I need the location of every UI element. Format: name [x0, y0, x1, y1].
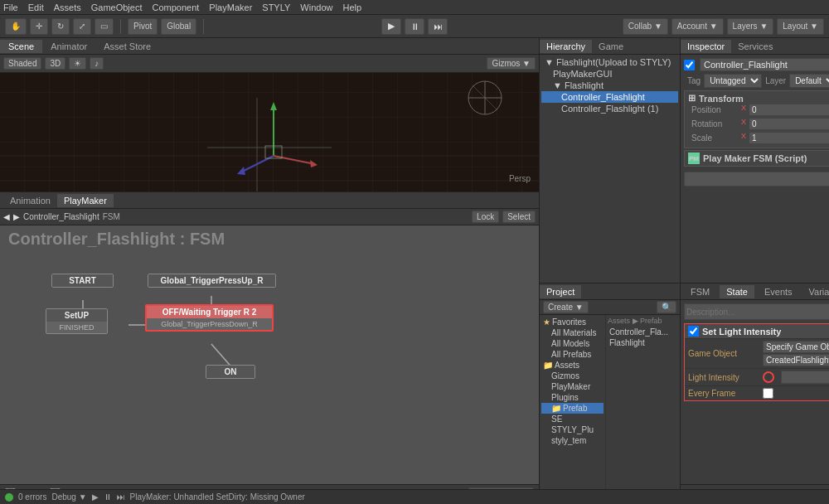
every-frame-checkbox[interactable] — [763, 388, 773, 399]
pm-lock-button[interactable]: Lock — [472, 211, 499, 223]
transform-header[interactable]: ⊞ Transform — [688, 93, 829, 104]
proj-folder-favorites[interactable]: ★ Favorites — [541, 317, 604, 327]
menu-styly[interactable]: STYLY — [262, 2, 290, 12]
tab-services[interactable]: Services — [731, 40, 779, 53]
add-component-button[interactable]: Add Component — [684, 172, 829, 187]
fsm-node-start[interactable]: START — [51, 274, 114, 288]
play-icon[interactable]: ▶ — [92, 492, 99, 502]
persp-label: Persp — [509, 174, 531, 183]
tab-fsm[interactable]: FSM — [684, 285, 716, 298]
tab-animator[interactable]: Animator — [42, 40, 95, 53]
audio-button[interactable]: ♪ — [90, 57, 104, 70]
tab-hierarchy[interactable]: Hierarchy — [540, 40, 592, 53]
tab-project[interactable]: Project — [540, 285, 581, 298]
fsm-canvas[interactable]: Controller_Flashlight : FSM — [0, 225, 539, 484]
fsm-node-global-up[interactable]: Global_TriggerPressUp_R — [148, 274, 276, 288]
position-x[interactable] — [749, 104, 829, 116]
3d-button[interactable]: 3D — [45, 57, 65, 70]
tab-playmaker[interactable]: PlayMaker — [57, 194, 114, 207]
proj-folder-all-models[interactable]: All Models — [541, 338, 604, 349]
account-button[interactable]: Account ▼ — [671, 18, 724, 35]
layer-select[interactable]: Default — [789, 74, 829, 88]
tab-events[interactable]: Events — [758, 285, 799, 298]
play-button[interactable]: ▶ — [381, 18, 401, 35]
viewport[interactable]: Persp — [0, 73, 539, 191]
proj-search-button[interactable]: 🔍 — [657, 301, 676, 313]
menu-window[interactable]: Window — [300, 2, 332, 12]
rotation-x[interactable] — [749, 118, 829, 130]
menu-assets[interactable]: Assets — [54, 2, 81, 12]
menu-playmaker[interactable]: PlayMaker — [209, 2, 252, 12]
menu-help[interactable]: Help — [342, 2, 361, 12]
object-active-checkbox[interactable] — [684, 60, 695, 70]
proj-item-controller[interactable]: Controller_Fla... — [608, 327, 678, 337]
hand-tool-button[interactable]: ✋ — [5, 18, 27, 35]
action-enabled-checkbox[interactable] — [688, 326, 699, 337]
hier-item-controller-flashlight-1[interactable]: Controller_Flashlight (1) — [541, 103, 678, 114]
action-header[interactable]: Set Light Intensity ⚙ ? — [685, 324, 829, 338]
game-object-value[interactable]: Specify Game Object ▼ — [763, 341, 829, 353]
proj-folder-styly-plu[interactable]: STYLY_Plu — [541, 424, 604, 435]
proj-folder-prefab[interactable]: 📁 Prefab — [541, 403, 604, 414]
proj-folder-se[interactable]: SE — [541, 414, 604, 424]
global-button[interactable]: Global — [161, 18, 196, 35]
scale-x[interactable] — [749, 132, 829, 144]
proj-folder-gizmos[interactable]: Gizmos — [541, 371, 604, 381]
fsm-node-off-waiting[interactable]: OFF/Waiting Trigger R 2 Global_TriggerPr… — [145, 304, 274, 332]
tab-game[interactable]: Game — [592, 40, 630, 53]
pm-tabs: Animation PlayMaker — [0, 192, 539, 209]
hier-item-playmaker-gui[interactable]: PlayMakerGUI — [541, 68, 678, 80]
pause-button[interactable]: ⏸ — [405, 18, 424, 35]
project-toolbar: Create ▼ 🔍 — [540, 300, 680, 315]
pm-nav-back[interactable]: ◀ — [3, 212, 10, 221]
proj-folder-playmaker[interactable]: PlayMaker — [541, 381, 604, 392]
project-tabs: Project — [540, 284, 680, 300]
layers-button[interactable]: Layers ▼ — [727, 18, 774, 35]
tab-animation[interactable]: Animation — [3, 194, 57, 207]
game-object-sub-value[interactable]: CreatedFlashlight ▼ — [763, 354, 829, 366]
tab-scene[interactable]: Scene — [0, 40, 42, 53]
proj-folder-all-materials[interactable]: All Materials — [541, 327, 604, 338]
lights-button[interactable]: ☀ — [69, 57, 86, 70]
pm-nav-forward[interactable]: ▶ — [13, 212, 20, 221]
menu-file[interactable]: File — [3, 2, 18, 12]
step-button[interactable]: ⏭ — [428, 18, 448, 35]
hier-item-flashlight[interactable]: ▼ Flashlight — [541, 80, 678, 91]
pause-icon[interactable]: ⏸ — [104, 492, 112, 502]
menu-component[interactable]: Component — [152, 2, 199, 12]
hier-item-controller-flashlight[interactable]: Controller_Flashlight — [541, 91, 678, 103]
object-name-field[interactable] — [700, 58, 829, 71]
collab-button[interactable]: Collab ▼ — [623, 18, 668, 35]
proj-folder-all-prefabs[interactable]: All Prefabs — [541, 349, 604, 360]
hier-item-flashlight-upload[interactable]: ▼ Flashlight(Upload to STYLY) — [541, 56, 678, 68]
playmaker-panel: Animation PlayMaker ◀ ▶ Controller_Flash… — [0, 191, 539, 502]
shaded-button[interactable]: Shaded — [3, 57, 41, 70]
proj-create-button[interactable]: Create ▼ — [543, 301, 589, 313]
proj-item-flashlight[interactable]: Flashlight — [608, 337, 678, 348]
tab-variables[interactable]: Variables — [802, 285, 829, 298]
proj-folder-plugins[interactable]: Plugins — [541, 392, 604, 403]
proj-folder-assets[interactable]: 📁 Assets — [541, 360, 604, 371]
scale-tool-button[interactable]: ⤢ — [73, 18, 91, 35]
menu-gameobject[interactable]: GameObject — [91, 2, 143, 12]
light-intensity-input[interactable] — [781, 371, 829, 384]
pivot-button[interactable]: Pivot — [128, 18, 158, 35]
rotate-tool-button[interactable]: ↻ — [51, 18, 70, 35]
layout-button[interactable]: Layout ▼ — [777, 18, 824, 35]
step-icon[interactable]: ⏭ — [117, 492, 125, 502]
tab-asset-store[interactable]: Asset Store — [95, 40, 159, 53]
tab-state[interactable]: State — [720, 285, 754, 298]
proj-folder-styly-tem[interactable]: styly_tem — [541, 435, 604, 446]
pm-select-button[interactable]: Select — [502, 211, 536, 223]
fsm-node-setup[interactable]: SetUP FINISHED — [46, 308, 108, 334]
playmaker-comp-header[interactable]: PM Play Maker FSM (Script) — [688, 153, 829, 164]
tab-inspector[interactable]: Inspector — [681, 40, 731, 53]
move-tool-button[interactable]: ✛ — [30, 18, 48, 35]
rect-tool-button[interactable]: ▭ — [95, 18, 114, 35]
gizmos-button[interactable]: Gizmos ▼ — [487, 57, 536, 70]
state-description-input[interactable] — [684, 303, 829, 320]
fsm-node-on[interactable]: ON — [206, 365, 255, 379]
menu-edit[interactable]: Edit — [28, 2, 44, 12]
light-intensity-circle[interactable] — [763, 371, 774, 383]
tag-select[interactable]: Untagged — [704, 74, 762, 88]
